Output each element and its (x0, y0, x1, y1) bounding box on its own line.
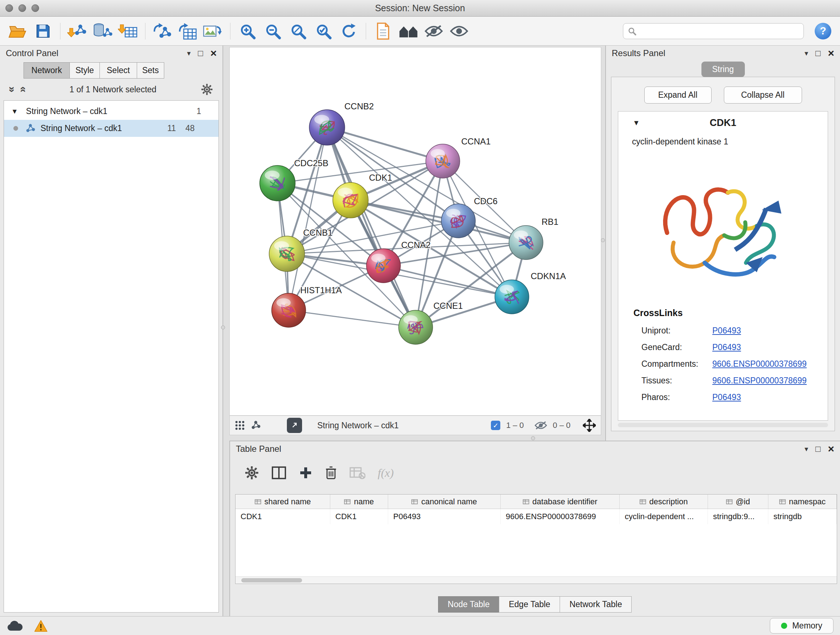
network-graph: CCNB2CCNA1CDC25BCDK1CDC6RB1CCNB1CCNA2CDK… (230, 48, 601, 415)
cloud-status-icon[interactable] (6, 621, 23, 631)
zoom-fit-button[interactable] (287, 21, 309, 42)
edge-HIST1H1A-CCNE1[interactable] (289, 310, 416, 327)
scrollbar-thumb[interactable] (241, 578, 302, 583)
column-header-description[interactable]: description (620, 494, 708, 509)
column-header-namespace[interactable]: namespac (768, 494, 837, 509)
node-CCNE1[interactable]: CCNE1 (399, 301, 463, 344)
collapse-all-button[interactable]: Collapse All (724, 87, 802, 103)
cell-description[interactable]: cyclin-dependent ... (620, 509, 708, 524)
tree-expander-icon[interactable]: ▼ (11, 108, 18, 116)
show-all-button[interactable] (448, 21, 470, 42)
cell-id[interactable]: stringdb:9... (708, 509, 768, 524)
crosslink-genecard-link[interactable]: P06493 (712, 342, 741, 352)
splitter-grip[interactable] (531, 436, 535, 440)
crosslink-tissues-link[interactable]: 9606.ENSP00000378699 (712, 376, 807, 386)
tab-string[interactable]: String (701, 62, 745, 77)
open-session-button[interactable] (6, 21, 29, 42)
help-button[interactable]: ? (815, 23, 831, 40)
network-options-gear-icon[interactable] (201, 83, 213, 96)
grid-view-icon[interactable] (235, 420, 245, 431)
panel-menu-icon[interactable]: ▾ (805, 445, 808, 453)
panel-close-icon[interactable]: × (828, 443, 834, 454)
import-network-from-database-button[interactable] (92, 21, 114, 42)
tab-select[interactable]: Select (99, 62, 137, 79)
node-CDC6[interactable]: CDC6 (441, 196, 497, 238)
table-settings-button[interactable] (245, 466, 259, 480)
section-expander-icon[interactable]: ▼ (633, 119, 640, 127)
tab-network[interactable]: Network (24, 62, 70, 79)
pan-move-icon[interactable] (583, 419, 596, 432)
edge-CCNB2-CCNE1[interactable] (327, 127, 416, 327)
panel-float-icon[interactable]: □ (815, 445, 821, 453)
selected-checkbox-icon[interactable]: ✓ (491, 421, 500, 430)
table-horizontal-scrollbar[interactable] (235, 576, 837, 584)
panel-float-icon[interactable]: □ (198, 49, 203, 57)
network-collection-row[interactable]: ▼ String Network – cdk1 1 (4, 103, 218, 120)
window-title: Session: New Session (0, 3, 840, 13)
delete-column-button[interactable] (325, 466, 337, 480)
node-HIST1H1A[interactable]: HIST1H1A (272, 285, 342, 327)
node-RB1[interactable]: RB1 (509, 217, 559, 260)
panel-close-icon[interactable]: × (828, 48, 834, 59)
import-network-from-file-button[interactable] (66, 21, 88, 42)
tab-sets[interactable]: Sets (137, 62, 164, 79)
search-input[interactable] (640, 27, 799, 36)
column-header-canonical-name[interactable]: canonical name (388, 494, 501, 509)
zoom-selected-button[interactable] (312, 21, 335, 42)
first-neighbors-button[interactable] (397, 21, 420, 42)
save-session-button[interactable] (32, 21, 54, 42)
cell-shared-name[interactable]: CDK1 (235, 509, 330, 524)
node-CDK1[interactable]: CDK1 (333, 173, 392, 218)
network-view-canvas[interactable]: CCNB2CCNA1CDC25BCDK1CDC6RB1CCNB1CCNA2CDK… (229, 47, 601, 416)
cell-name[interactable]: CDK1 (330, 509, 388, 524)
column-header-database-identifier[interactable]: database identifier (501, 494, 620, 509)
cell-database-identifier[interactable]: 9606.ENSP00000378699 (501, 509, 620, 524)
node-CDKN1A[interactable]: CDKN1A (495, 271, 566, 314)
export-image-button[interactable] (202, 21, 224, 42)
table-row[interactable]: CDK1 CDK1 P06493 9606.ENSP00000378699 cy… (235, 509, 837, 524)
memory-button[interactable]: Memory (770, 618, 834, 633)
panel-menu-icon[interactable]: ▾ (805, 49, 808, 57)
cell-namespace[interactable]: stringdb (768, 509, 837, 524)
expand-all-button[interactable]: Expand All (644, 87, 712, 103)
tab-style[interactable]: Style (69, 62, 100, 79)
cell-canonical-name[interactable]: P06493 (388, 509, 501, 524)
panel-menu-icon[interactable]: ▾ (187, 49, 191, 57)
gene-section-header[interactable]: ▼ CDK1 (618, 111, 828, 134)
tab-node-table[interactable]: Node Table (438, 596, 500, 613)
column-header-shared-name[interactable]: shared name (235, 494, 330, 509)
hide-selected-button[interactable] (423, 21, 445, 42)
network-share-icon[interactable] (251, 420, 261, 431)
edge-CCNB2-HIST1H1A[interactable] (289, 127, 327, 310)
export-table-button[interactable] (177, 21, 199, 42)
hidden-eye-slash-icon[interactable] (535, 421, 547, 430)
birdseye-view-toggle[interactable] (287, 418, 302, 433)
splitter-grip[interactable] (221, 325, 225, 329)
node-CDC25B[interactable]: CDC25B (260, 158, 328, 201)
column-header-id[interactable]: @id (708, 494, 768, 509)
apply-layout-button[interactable] (338, 21, 360, 42)
warning-icon[interactable] (34, 620, 48, 632)
crosslink-uniprot-link[interactable]: P06493 (712, 326, 741, 336)
show-columns-button[interactable] (271, 466, 286, 480)
import-table-from-file-button[interactable] (117, 21, 139, 42)
tab-network-table[interactable]: Network Table (560, 596, 632, 613)
splitter-grip[interactable] (601, 238, 605, 242)
tab-edge-table[interactable]: Edge Table (499, 596, 560, 613)
create-column-button[interactable] (299, 466, 313, 480)
network-row-selected[interactable]: String Network – cdk1 11 48 (4, 120, 218, 137)
crosslink-pharos-link[interactable]: P06493 (712, 393, 741, 402)
node-CCNA1[interactable]: CCNA1 (426, 136, 491, 178)
column-header-name[interactable]: name (330, 494, 388, 509)
results-scrollbar[interactable] (618, 423, 828, 427)
panel-float-icon[interactable]: □ (815, 49, 821, 57)
zoom-out-button[interactable] (262, 21, 284, 42)
zoom-in-button[interactable] (236, 21, 259, 42)
crosslink-compartments-link[interactable]: 9606.ENSP00000378699 (712, 359, 807, 369)
export-document-button[interactable] (372, 21, 394, 42)
search-field[interactable] (623, 23, 804, 39)
edge-CCNB2-CCNA1[interactable] (327, 127, 443, 161)
results-panel: Results Panel ▾ □ × String Expand All Co… (605, 46, 840, 440)
panel-close-icon[interactable]: × (210, 48, 217, 59)
new-network-from-selection-button[interactable] (151, 21, 174, 42)
